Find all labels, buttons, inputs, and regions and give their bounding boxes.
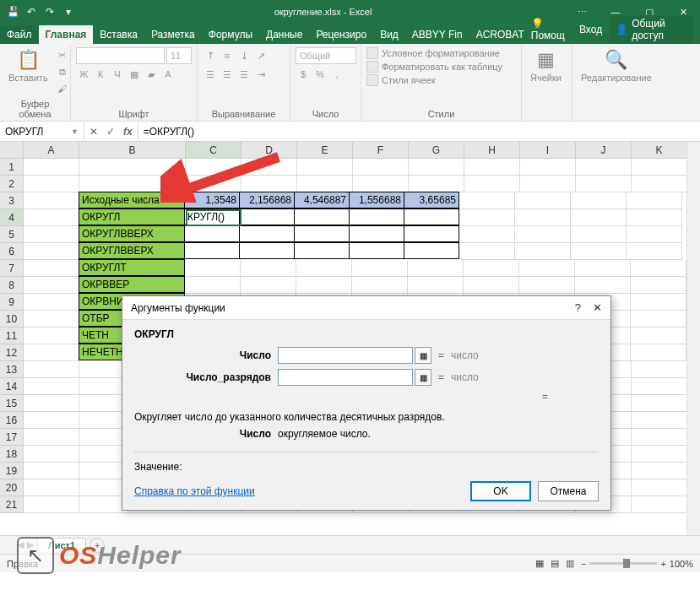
zoom-in-icon[interactable]: + [660,559,665,569]
arg1-refedit-icon[interactable]: ▦ [415,347,431,364]
currency-icon[interactable]: $ [296,67,311,82]
row-2[interactable]: 2 [0,176,24,192]
row-12[interactable]: 12 [0,344,24,361]
row-10[interactable]: 10 [0,311,24,328]
copy-icon[interactable]: ⧉ [55,64,70,79]
col-H[interactable]: H [464,142,520,159]
row-5[interactable]: 5 [0,226,24,243]
cancel-button[interactable]: Отмена [538,481,599,501]
font-name-select[interactable] [76,47,165,64]
ok-button[interactable]: OK [470,481,531,501]
tab-data[interactable]: Данные [259,25,309,44]
row-13[interactable]: 13 [0,361,24,378]
bold-button[interactable]: Ж [76,67,91,82]
view-normal-icon[interactable]: ▦ [535,558,544,569]
border-icon[interactable]: ▦ [127,67,142,82]
align-bot-icon[interactable]: ⤓ [236,48,252,63]
dialog-close-icon[interactable]: ✕ [593,301,602,314]
qat-dropdown-icon[interactable]: ▾ [61,4,76,19]
cell-E3[interactable]: 4,546887 [294,192,350,208]
tab-file[interactable]: Файл [0,25,39,44]
col-E[interactable]: E [297,142,353,159]
help-link[interactable]: Справка по этой функции [134,485,255,497]
cell-B5[interactable]: ОКРУГЛВВЕРХ [79,225,185,242]
view-page-icon[interactable]: ▤ [551,558,559,569]
italic-button[interactable]: К [93,67,108,82]
row-20[interactable]: 20 [0,479,24,496]
conditional-format-button[interactable]: Условное форматирование [366,47,502,59]
tab-insert[interactable]: Вставка [93,25,144,44]
tab-formulas[interactable]: Формулы [202,25,259,44]
align-center-icon[interactable]: ☰ [220,67,235,82]
comma-icon[interactable]: , [329,67,345,82]
align-top-icon[interactable]: ⤒ [203,48,218,63]
cell-styles-button[interactable]: Стили ячеек [366,74,502,86]
col-A[interactable]: A [24,142,79,159]
zoom-out-icon[interactable]: − [581,559,586,569]
select-all-corner[interactable] [0,142,24,159]
col-D[interactable]: D [241,142,297,159]
orientation-icon[interactable]: ↗ [253,48,269,63]
row-1[interactable]: 1 [0,159,24,176]
col-F[interactable]: F [353,142,409,159]
col-J[interactable]: J [576,142,632,159]
arg2-input[interactable] [278,369,413,386]
cell-G3[interactable]: 3,65685 [404,192,459,208]
col-K[interactable]: K [632,142,687,159]
indent-icon[interactable]: ⇥ [253,67,269,82]
tab-view[interactable]: Вид [373,25,405,44]
redo-icon[interactable]: ↷ [42,4,57,19]
align-mid-icon[interactable]: ≡ [220,48,235,63]
zoom-level[interactable]: 100% [670,559,693,569]
cell-C4[interactable]: КРУГЛ() [184,208,240,225]
font-size-select[interactable]: 11 [166,47,192,64]
align-right-icon[interactable]: ☰ [236,67,252,82]
percent-icon[interactable]: % [312,67,328,82]
cell-D3[interactable]: 2,156868 [239,192,295,208]
font-color-icon[interactable]: A [160,67,176,82]
underline-button[interactable]: Ч [110,67,125,82]
tell-me[interactable]: 💡 Помощ [531,18,572,41]
fx-icon[interactable]: fx [123,126,133,138]
row-14[interactable]: 14 [0,378,24,395]
cell-B7[interactable]: ОКРУГЛТ [79,259,185,276]
paste-button[interactable]: 📋 Вставить [5,47,52,84]
cell-B4[interactable]: ОКРУГЛ [79,208,185,225]
cell-B3[interactable]: Исходные числа [79,192,185,208]
share-button[interactable]: 👤 Общий доступ [609,15,693,44]
cell-B6[interactable]: ОКРУГЛВВЕРХ [79,242,185,259]
col-I[interactable]: I [520,142,576,159]
cells-button[interactable]: ▦Ячейки [527,47,565,84]
vertical-scrollbar[interactable] [686,142,700,535]
row-7[interactable]: 7 [0,260,24,277]
format-painter-icon[interactable]: 🖌 [55,81,70,96]
formula-input[interactable]: =ОКРУГЛ() [138,122,700,141]
cell-B8[interactable]: ОКРВВЕР [79,276,185,293]
row-21[interactable]: 21 [0,496,24,513]
cell-C3[interactable]: 1,3548 [184,192,240,208]
row-9[interactable]: 9 [0,294,24,311]
row-19[interactable]: 19 [0,463,24,479]
col-B[interactable]: B [79,142,186,159]
editing-button[interactable]: 🔍Редактирование [578,47,655,84]
tab-review[interactable]: Рецензиро [309,25,373,44]
row-6[interactable]: 6 [0,243,24,260]
row-4[interactable]: 4 [0,209,24,226]
row-18[interactable]: 18 [0,446,24,463]
dialog-help-icon[interactable]: ? [575,301,581,314]
arg1-input[interactable] [278,347,413,364]
signin[interactable]: Вход [579,24,602,35]
save-icon[interactable]: 💾 [5,4,20,19]
row-8[interactable]: 8 [0,277,24,294]
format-as-table-button[interactable]: Форматировать как таблицу [366,61,502,73]
undo-icon[interactable]: ↶ [24,4,39,19]
enter-formula-icon[interactable]: ✓ [106,126,115,138]
row-11[interactable]: 11 [0,328,24,344]
arg2-refedit-icon[interactable]: ▦ [415,369,431,386]
col-C[interactable]: C [186,142,241,159]
tab-acrobat[interactable]: ACROBAT [469,25,531,44]
cut-icon[interactable]: ✂ [55,47,70,62]
view-break-icon[interactable]: ▥ [566,558,574,569]
col-G[interactable]: G [409,142,464,159]
tab-abbyy[interactable]: ABBYY Fin [405,25,469,44]
